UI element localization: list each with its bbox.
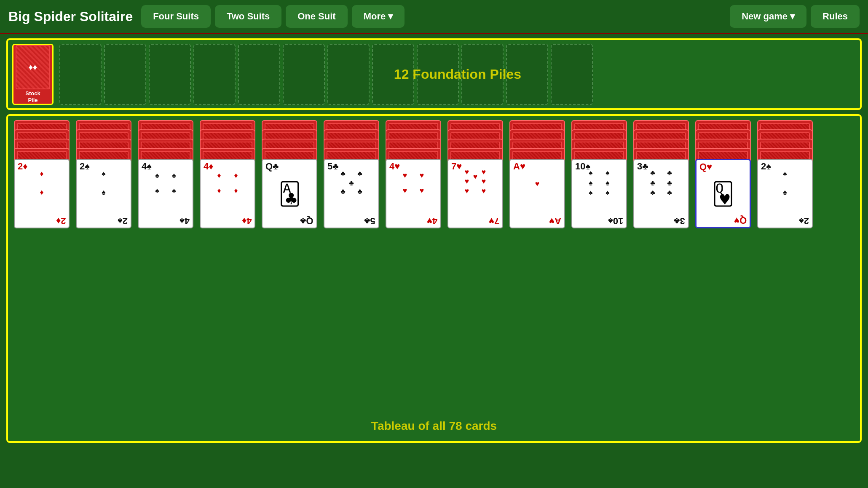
tableau-col-1: 2♠♠♠2♠ <box>74 120 133 228</box>
svg-text:♥: ♥ <box>403 186 407 195</box>
card-rank-bottom: A♥ <box>549 216 561 225</box>
svg-text:♣: ♣ <box>650 188 655 197</box>
tableau-col-6: 4♥♥♥♥♥4♥ <box>384 120 443 228</box>
svg-text:♠: ♠ <box>605 169 609 177</box>
card-rank-bottom: Q♣ <box>300 216 313 225</box>
svg-text:♥: ♥ <box>482 177 486 185</box>
svg-text:♦: ♦ <box>234 186 238 195</box>
card-rank-bottom: 2♦ <box>56 216 66 225</box>
foundation-slot-6[interactable] <box>283 44 325 105</box>
tableau-col-2: 4♠♠♠♠♠4♠ <box>136 120 195 228</box>
two-suits-button[interactable]: Two Suits <box>215 5 281 28</box>
svg-text:♣: ♣ <box>650 169 655 177</box>
svg-text:♣: ♣ <box>667 169 672 177</box>
stock-card-pattern: ♦♦ <box>16 45 50 90</box>
card-rank-top: 7♥ <box>451 162 462 171</box>
face-card-5♣[interactable]: 5♣♣♣♣♣♣5♣ <box>324 159 379 228</box>
face-card-7♥[interactable]: 7♥♥♥♥♥♥♥♥7♥ <box>447 159 503 228</box>
svg-text:♥: ♥ <box>465 177 469 185</box>
four-suits-button[interactable]: Four Suits <box>141 5 211 28</box>
svg-text:♣: ♣ <box>349 179 354 187</box>
face-card-3♣[interactable]: 3♣♣♣♣♣♣♣3♣ <box>633 159 689 228</box>
face-card-4♦[interactable]: 4♦♦♦♦♦4♦ <box>200 159 255 228</box>
svg-text:♠: ♠ <box>589 179 592 187</box>
foundation-slot-4[interactable] <box>193 44 236 105</box>
face-card-2♠[interactable]: 2♠♠♠2♠ <box>757 159 813 228</box>
svg-text:♠: ♠ <box>172 186 176 195</box>
svg-text:♥: ♥ <box>403 171 407 180</box>
foundation-slot-11[interactable] <box>506 44 548 105</box>
card-rank-top: Q♣ <box>265 162 279 171</box>
card-rank-top: 4♠ <box>142 162 152 171</box>
foundation-slot-2[interactable] <box>104 44 146 105</box>
rules-button[interactable]: Rules <box>811 5 860 28</box>
face-card-4♠[interactable]: 4♠♠♠♠♠4♠ <box>138 159 193 228</box>
card-rank-top: 2♠ <box>761 162 771 171</box>
tableau-col-8: A♥♥A♥ <box>508 120 567 228</box>
svg-text:♣: ♣ <box>357 187 362 196</box>
foundation-slot-1[interactable] <box>59 44 102 105</box>
tableau-col-12: 2♠♠♠2♠ <box>755 120 814 228</box>
app-title: Big Spider Solitaire <box>8 9 133 24</box>
svg-text:♣: ♣ <box>667 188 672 197</box>
card-rank-bottom: 4♦ <box>242 216 252 225</box>
face-card-Q♣[interactable]: Q♣🃑Q♣ <box>262 159 317 228</box>
card-rank-bottom: 5♣ <box>364 216 375 225</box>
svg-text:♣: ♣ <box>650 179 655 187</box>
svg-text:♣: ♣ <box>340 169 346 178</box>
svg-text:♦: ♦ <box>40 169 44 178</box>
svg-text:♠: ♠ <box>155 186 159 195</box>
face-card-2♦[interactable]: 2♦♦♦2♦ <box>14 159 70 228</box>
card-rank-top: 3♣ <box>637 162 648 171</box>
card-rank-top: 5♣ <box>327 162 339 171</box>
svg-text:♠: ♠ <box>102 188 105 196</box>
tableau-col-7: 7♥♥♥♥♥♥♥♥7♥ <box>446 120 505 228</box>
card-rank-top: 10♠ <box>575 162 590 171</box>
card-pips: ♥♥♥♥♥♥♥ <box>458 169 492 206</box>
svg-text:♠: ♠ <box>589 188 592 197</box>
card-pips: ♣♣♣♣♣ <box>335 169 368 206</box>
foundation-slot-8[interactable] <box>372 44 414 105</box>
face-card-4♥[interactable]: 4♥♥♥♥♥4♥ <box>386 159 441 228</box>
foundation-slot-5[interactable] <box>238 44 280 105</box>
card-rank-bottom: 4♥ <box>427 216 437 225</box>
tableau-label: Tableau of all 78 cards <box>371 419 497 433</box>
svg-text:♦: ♦ <box>234 171 238 180</box>
tableau-col-3: 4♦♦♦♦♦4♦ <box>198 120 257 228</box>
svg-text:♥: ♥ <box>420 186 424 195</box>
svg-text:♠: ♠ <box>605 179 609 187</box>
card-rank-bottom: Q♥ <box>734 216 747 225</box>
tableau-col-0: 2♦♦♦2♦ <box>12 120 71 228</box>
new-game-button[interactable]: New game ▾ <box>730 5 806 28</box>
stock-card[interactable]: ♦♦ StockPile <box>12 44 54 105</box>
card-rank-top: Q♥ <box>699 162 712 172</box>
face-card-10♠[interactable]: 10♠♠♠♠♠♠♠10♠ <box>571 159 627 228</box>
more-button[interactable]: More ▾ <box>352 5 405 28</box>
svg-text:♥: ♥ <box>465 187 469 195</box>
card-rank-bottom: 7♥ <box>489 216 499 225</box>
tableau-col-10: 3♣♣♣♣♣♣♣3♣ <box>632 120 691 228</box>
foundation-slot-7[interactable] <box>327 44 370 105</box>
face-card-Q♥[interactable]: Q♥🂽Q♥ <box>695 159 751 228</box>
face-card-A♥[interactable]: A♥♥A♥ <box>509 159 565 228</box>
svg-text:♣: ♣ <box>340 187 346 196</box>
card-rank-bottom: 10♠ <box>608 216 623 225</box>
face-card-2♠[interactable]: 2♠♠♠2♠ <box>76 159 131 228</box>
svg-text:♠: ♠ <box>783 188 787 196</box>
card-rank-top: 4♥ <box>389 162 400 171</box>
foundation-slot-12[interactable] <box>551 44 593 105</box>
card-pips: ♠♠♠♠ <box>149 169 182 206</box>
header: Big Spider Solitaire Four Suits Two Suit… <box>0 0 868 34</box>
foundation-area: ♦♦ StockPile 12 Foundation Piles <box>6 38 862 110</box>
stock-pile[interactable]: ♦♦ StockPile <box>12 44 54 105</box>
svg-text:♠: ♠ <box>605 188 609 197</box>
game-area: ♦♦ StockPile 12 Foundation Piles <box>0 34 868 447</box>
foundation-slot-3[interactable] <box>149 44 191 105</box>
svg-text:♠: ♠ <box>172 171 176 180</box>
card-rank-bottom: 2♠ <box>118 216 128 225</box>
foundation-slot-9[interactable] <box>417 44 459 105</box>
svg-text:♣: ♣ <box>667 179 672 187</box>
tableau-col-4: Q♣🃑Q♣ <box>260 120 319 228</box>
one-suit-button[interactable]: One Suit <box>286 5 347 28</box>
foundation-slot-10[interactable] <box>461 44 504 105</box>
